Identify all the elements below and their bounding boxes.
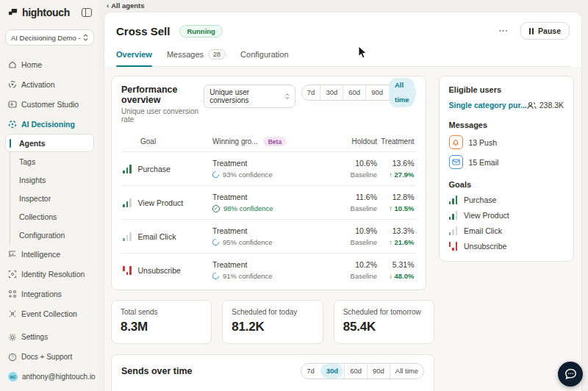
sidebar-item-integrations[interactable]: Integrations (0, 284, 99, 304)
gear-icon (8, 333, 17, 342)
svg-text:?: ? (11, 354, 14, 359)
push-messages-item: 13 Push (449, 135, 564, 149)
sidebar-item-customer-studio[interactable]: Customer Studio (0, 94, 99, 114)
active-tick (10, 139, 11, 148)
sidebar-item-inspector[interactable]: Inspector (10, 189, 99, 207)
range-all-time[interactable]: All time (389, 78, 415, 107)
envelope-icon (449, 155, 463, 169)
tab-overview[interactable]: Overview (116, 49, 152, 66)
range-7d[interactable]: 7d (301, 364, 320, 379)
lift-down-arrow: ↓ (389, 272, 392, 280)
confidence-pending-icon (211, 237, 220, 247)
range-90d[interactable]: 90d (367, 364, 390, 379)
bar-chart-icon-red (123, 266, 132, 275)
tab-messages[interactable]: Messages28 (167, 49, 226, 66)
page-title: Cross Sell (116, 25, 170, 37)
sidebar-item-label: Customer Studio (21, 100, 79, 109)
intelligence-icon (8, 250, 17, 259)
range-90d[interactable]: 90d (365, 85, 388, 100)
range-30d[interactable]: 30d (320, 364, 343, 379)
sidebar-item-tags[interactable]: Tags (10, 152, 99, 171)
bar-chart-icon (123, 198, 132, 207)
sidebar-item-account[interactable]: AC anthony@hightouch.io (0, 367, 99, 387)
messages-title: Messages (449, 121, 564, 129)
sidebar-item-ai-decisioning[interactable]: AI Decisioning (0, 114, 99, 134)
goal-item-email-click: Email Click (449, 226, 564, 235)
range-30d[interactable]: 30d (320, 85, 343, 100)
goal-item-view-product: View Product (449, 211, 564, 220)
sidebar-item-label: Collections (19, 212, 57, 221)
page-container: Cross Sell Running ⋯ Pause Overview Mess… (104, 12, 582, 391)
bell-icon (449, 135, 463, 149)
sidebar-item-label: Inspector (19, 194, 51, 203)
sidebar-item-label: Insights (19, 176, 46, 184)
eligible-users-title: Eligible users (449, 85, 564, 94)
sidebar-item-activation[interactable]: Activation (0, 74, 99, 94)
bar-chart-icon (449, 211, 458, 220)
event-collection-icon (8, 309, 17, 318)
sends-over-time-card: Sends over time 7d 30d 60d 90d All time … (111, 354, 434, 391)
sidebar-item-identity-resolution[interactable]: Identity Resolution (0, 264, 99, 284)
sidebar-item-label: Integrations (21, 290, 62, 298)
bar-chart-icon (123, 165, 132, 173)
bar-chart-icon-red (449, 242, 458, 251)
main-area: ‹ All agents Cross Sell Running ⋯ Pause … (99, 0, 588, 391)
metric-select[interactable]: Unique user conversions (204, 85, 295, 108)
breadcrumb[interactable]: ‹ All agents (99, 0, 588, 11)
range-all-time[interactable]: All time (390, 364, 423, 379)
range-60d[interactable]: 60d (344, 364, 367, 379)
sidebar-item-agents[interactable]: Agents (5, 134, 94, 152)
sidebar-item-label: Configuration (19, 231, 65, 240)
logo-text: hightouch (22, 7, 82, 18)
col-winner: Winning gro... (212, 137, 258, 146)
confidence-check-icon: ✓ (212, 205, 220, 212)
workspace-selector[interactable]: AI Decisioning Demo - ... (5, 29, 94, 46)
integrations-icon (8, 290, 17, 298)
sidebar-item-insights[interactable]: Insights (10, 171, 99, 189)
sidebar-collapse-icon[interactable] (82, 8, 92, 17)
range-7d[interactable]: 7d (302, 85, 320, 100)
sends-range-selector: 7d 30d 60d 90d All time (301, 363, 424, 379)
goals-title: Goals (449, 180, 564, 189)
table-row-purchase: Purchase Treatment 93% confidence 10.6% … (121, 151, 416, 185)
sidebar-item-label: Identity Resolution (21, 270, 85, 279)
page-header: Cross Sell Running ⋯ Pause Overview Mess… (104, 12, 581, 67)
status-badge: Running (179, 25, 223, 37)
eligible-users-count: 238.3K (527, 101, 564, 110)
eligible-users-link[interactable]: Single category pur... (449, 101, 527, 110)
sidebar-item-event-collection[interactable]: Event Collection (0, 304, 99, 323)
identity-resolution-icon (8, 270, 17, 279)
account-email: anthony@hightouch.io (22, 373, 96, 381)
lift-up-arrow: ↑ (389, 171, 392, 179)
pause-label: Pause (538, 26, 561, 35)
performance-range-selector: 7d 30d 60d 90d All time (301, 85, 416, 101)
sidebar-item-label: Agents (19, 139, 46, 148)
customer-studio-icon (8, 100, 17, 109)
sidebar-item-collections[interactable]: Collections (10, 207, 99, 226)
sends-title: Sends over time (121, 366, 193, 376)
hightouch-logo-icon (8, 8, 18, 18)
stat-scheduled-tomorrow: Scheduled for tomorrow 85.4K (334, 300, 434, 344)
performance-subtitle: Unique user conversion rate (121, 107, 204, 123)
sidebar-item-settings[interactable]: Settings (0, 327, 99, 347)
metric-select-value: Unique user conversions (209, 88, 276, 104)
messages-count-badge: 28 (208, 49, 226, 60)
chat-widget-button[interactable] (558, 362, 583, 387)
sidebar-item-home[interactable]: Home (0, 54, 99, 74)
breadcrumb-label: All agents (111, 1, 144, 10)
stat-scheduled-today: Scheduled for today 81.2K (222, 300, 323, 344)
sidebar-item-docs-support[interactable]: ? Docs + Support (0, 347, 99, 367)
col-treatment: Treatment (377, 137, 415, 146)
performance-table: Goal Winning gro...Beta Holdout Treatmen… (121, 132, 416, 287)
sidebar-item-configuration[interactable]: Configuration (10, 226, 99, 244)
beta-badge: Beta (263, 137, 287, 146)
sidebar-item-label: Tags (19, 157, 35, 166)
range-60d[interactable]: 60d (343, 85, 365, 100)
sidebar-item-intelligence[interactable]: Intelligence (0, 244, 99, 264)
activation-icon (8, 80, 17, 89)
summary-panel: Eligible users Single category pur... 23… (439, 76, 574, 262)
confidence-pending-icon (211, 271, 220, 281)
tab-configuration[interactable]: Configuration (240, 49, 288, 66)
overflow-menu-icon[interactable]: ⋯ (495, 26, 512, 36)
pause-button[interactable]: Pause (520, 22, 570, 40)
